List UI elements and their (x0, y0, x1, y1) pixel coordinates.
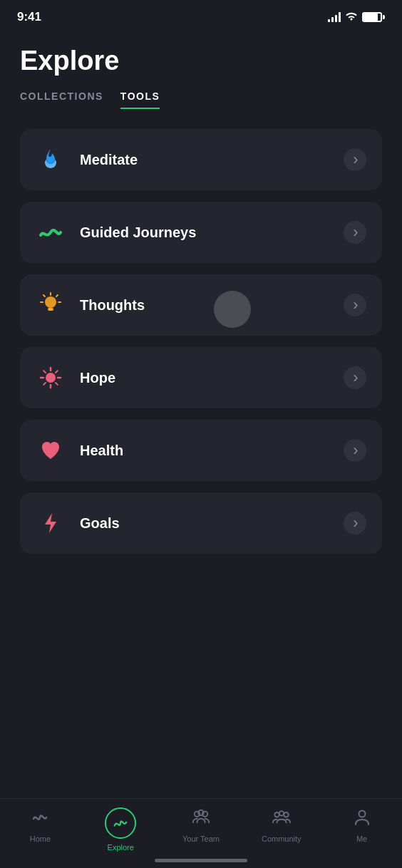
tool-item-guided-journeys[interactable]: Guided Journeys (20, 202, 382, 263)
svg-line-13 (56, 383, 58, 385)
svg-line-3 (56, 295, 58, 296)
svg-line-15 (43, 383, 46, 385)
signal-icon (328, 12, 341, 22)
nav-label-home: Home (30, 835, 51, 843)
nav-item-community[interactable]: Community (241, 807, 321, 843)
nav-label-me: Me (356, 835, 367, 843)
svg-point-22 (284, 812, 289, 817)
tool-label-goals: Goals (80, 515, 120, 532)
nav-item-home[interactable]: Home (0, 807, 81, 843)
chevron-icon-meditate (344, 148, 366, 171)
tool-item-thoughts[interactable]: Thoughts (20, 274, 382, 336)
status-icons (328, 11, 385, 24)
nav-label-your-team: Your Team (182, 835, 220, 843)
status-time: 9:41 (17, 10, 41, 24)
nav-item-me[interactable]: Me (321, 807, 402, 843)
nav-item-explore[interactable]: Explore (81, 807, 161, 852)
heart-icon (36, 435, 66, 465)
svg-point-0 (45, 296, 56, 308)
me-icon (353, 807, 371, 830)
tool-label-guided-journeys: Guided Journeys (80, 224, 196, 241)
home-icon (31, 807, 49, 830)
tool-item-goals[interactable]: Goals (20, 492, 382, 554)
svg-point-20 (274, 812, 279, 817)
svg-point-21 (279, 811, 284, 816)
tool-label-thoughts: Thoughts (80, 297, 145, 314)
explore-icon (105, 807, 136, 839)
svg-line-12 (43, 371, 46, 373)
tool-item-health[interactable]: Health (20, 420, 382, 481)
tools-list: Meditate Guided Journeys (20, 129, 382, 554)
battery-icon (362, 12, 385, 22)
chevron-icon-goals (344, 512, 366, 534)
chevron-icon-guided-journeys (344, 221, 366, 244)
svg-point-23 (359, 811, 365, 817)
flame-icon (36, 145, 66, 175)
home-indicator (155, 859, 247, 862)
svg-line-4 (43, 295, 45, 296)
tool-label-health: Health (80, 443, 123, 459)
svg-marker-16 (45, 513, 56, 533)
nav-label-explore: Explore (108, 843, 134, 852)
tab-collections[interactable]: COLLECTIONS (20, 91, 103, 109)
bottom-nav: Home Explore Your Team (0, 798, 402, 868)
community-icon (272, 807, 291, 830)
svg-line-14 (56, 371, 58, 373)
tool-item-hope[interactable]: Hope (20, 347, 382, 408)
page-title: Explore (20, 46, 382, 76)
svg-rect-1 (48, 308, 53, 311)
wifi-icon (345, 11, 358, 24)
svg-point-7 (46, 373, 56, 383)
nav-item-your-team[interactable]: Your Team (161, 807, 242, 843)
bolt-icon (36, 508, 66, 538)
bulb-icon (36, 290, 66, 320)
chevron-icon-health (344, 439, 366, 462)
chevron-icon-thoughts (344, 294, 366, 316)
nav-label-community: Community (262, 835, 302, 843)
wave-icon (36, 217, 66, 247)
tab-tools[interactable]: TOOLS (120, 91, 160, 109)
tabs-bar: COLLECTIONS TOOLS (20, 91, 382, 109)
tool-label-hope: Hope (80, 370, 115, 386)
status-bar: 9:41 (0, 0, 402, 31)
your-team-icon (192, 807, 210, 830)
main-content: Explore COLLECTIONS TOOLS Meditate (0, 31, 402, 554)
tool-label-meditate: Meditate (80, 152, 138, 168)
sun-icon (36, 363, 66, 393)
chevron-icon-hope (344, 366, 366, 389)
tool-item-meditate[interactable]: Meditate (20, 129, 382, 190)
